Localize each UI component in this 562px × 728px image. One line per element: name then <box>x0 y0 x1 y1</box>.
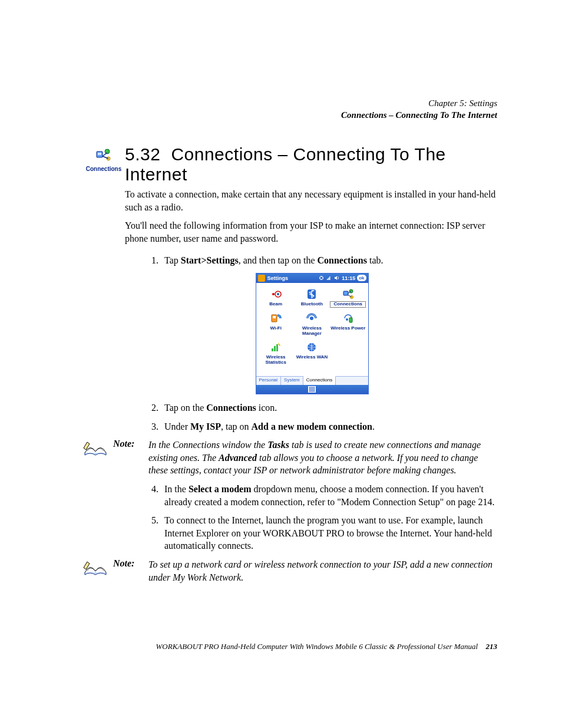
heading-number: 5.32 <box>125 144 160 164</box>
wireless-manager-icon <box>305 312 318 325</box>
tile-label: Wireless Power <box>330 326 365 331</box>
svg-rect-22 <box>276 344 278 351</box>
wireless-power-icon <box>342 312 355 325</box>
volume-status-icon <box>333 275 340 281</box>
chapter-label: Chapter 5: Settings <box>341 97 497 109</box>
note-2: Note: To set up a network card or wirele… <box>82 558 497 584</box>
svg-rect-12 <box>343 291 348 295</box>
footer-text: WORKABOUT PRO Hand-Held Computer With Wi… <box>156 642 478 651</box>
intro-paragraph-2: You'll need the following information fr… <box>125 219 497 245</box>
tile-wireless-statistics: Wireless Statistics <box>259 340 293 368</box>
note-book-icon <box>82 439 113 477</box>
manual-page: Chapter 5: Settings Connections – Connec… <box>0 0 562 728</box>
tile-label: Wireless WAN <box>295 355 329 360</box>
tile-label: Connections <box>330 302 365 307</box>
heading-title: Connections – Connecting To The Internet <box>125 144 446 184</box>
screenshot-titlebar: Settings 11:15 ok <box>256 274 368 283</box>
tile-label: Beam <box>259 302 293 307</box>
signal-status-icon <box>326 275 332 281</box>
settings-tab-bar: Personal System Connections <box>256 376 368 385</box>
connections-margin-label: Connections <box>82 166 125 172</box>
section-heading: 5.32Connections – Connecting To The Inte… <box>125 144 497 185</box>
settings-icon-grid: BeamBluetoothConnectionsWi-FiWireless Ma… <box>256 283 368 376</box>
note-2-label: Note: <box>113 558 148 584</box>
svg-point-10 <box>277 293 279 295</box>
svg-rect-16 <box>273 316 276 318</box>
note-book-icon <box>82 558 113 584</box>
tab-connections: Connections <box>303 376 336 385</box>
bluetooth-icon <box>305 288 318 301</box>
connections-margin-icon: Connections <box>82 148 125 172</box>
tile-wireless-power: Wireless Power <box>330 311 365 339</box>
tile-label: Wi-Fi <box>259 326 293 331</box>
tile-label: Bluetooth <box>295 302 329 307</box>
screenshot-ok-button: ok <box>357 275 366 281</box>
wireless-statistics-icon <box>269 341 282 354</box>
svg-point-8 <box>272 293 275 295</box>
screenshot-time: 11:15 <box>342 275 355 282</box>
tile-beam: Beam <box>259 286 293 309</box>
tab-personal: Personal <box>256 377 282 385</box>
svg-rect-18 <box>349 318 352 322</box>
step-3: Under My ISP, tap on Add a new modem con… <box>161 420 497 433</box>
wi-fi-icon <box>269 312 282 325</box>
settings-screenshot: Settings 11:15 ok BeamBluetoothConnectio… <box>256 273 369 394</box>
step-2: Tap on the Connections icon. <box>161 401 497 414</box>
svg-point-17 <box>310 317 313 320</box>
step-4: In the Select a modem dropdown menu, cho… <box>161 483 497 508</box>
running-header: Chapter 5: Settings Connections – Connec… <box>341 97 497 121</box>
tile-wireless-manager: Wireless Manager <box>295 311 329 339</box>
tile-label: Wireless Statistics <box>259 355 293 365</box>
intro-paragraph-1: To activate a connection, make certain t… <box>125 188 497 213</box>
connections-icon <box>342 288 355 301</box>
section-label: Connections – Connecting To The Internet <box>341 109 497 121</box>
tile-bluetooth: Bluetooth <box>295 286 329 309</box>
beam-icon <box>269 288 282 301</box>
svg-rect-5 <box>327 279 328 280</box>
screenshot-title: Settings <box>267 275 289 282</box>
tile-wi-fi: Wi-Fi <box>259 311 293 339</box>
svg-rect-20 <box>272 348 273 351</box>
note-1-label: Note: <box>113 439 148 477</box>
start-flag-icon <box>258 275 265 282</box>
page-footer: WORKABOUT PRO Hand-Held Computer With Wi… <box>109 642 497 651</box>
note-1-text: In the Connections window the Tasks tab … <box>148 439 497 477</box>
wireless-wan-icon <box>305 341 318 354</box>
tile-connections: Connections <box>330 286 365 309</box>
svg-rect-1 <box>98 153 101 155</box>
tab-system: System <box>281 377 303 385</box>
keyboard-icon <box>308 386 316 393</box>
page-number: 213 <box>486 642 498 651</box>
svg-rect-6 <box>328 278 329 280</box>
step-1: Tap Start>Settings, and then tap on the … <box>161 254 497 267</box>
note-1: Note: In the Connections window the Task… <box>82 439 497 477</box>
step-5: To connect to the Internet, launch the p… <box>161 514 497 552</box>
svg-point-19 <box>346 318 348 321</box>
svg-rect-7 <box>329 276 330 280</box>
note-2-text: To set up a network card or wireless net… <box>148 558 497 584</box>
screenshot-softkey-bar <box>256 385 368 394</box>
connections-icon <box>95 148 112 162</box>
tile-wireless-wan: Wireless WAN <box>295 340 329 368</box>
page-content: Connections 5.32Connections – Connecting… <box>82 144 497 589</box>
tile-label: Wireless Manager <box>295 326 329 337</box>
svg-rect-21 <box>274 346 276 351</box>
connectivity-status-icon <box>318 275 325 281</box>
